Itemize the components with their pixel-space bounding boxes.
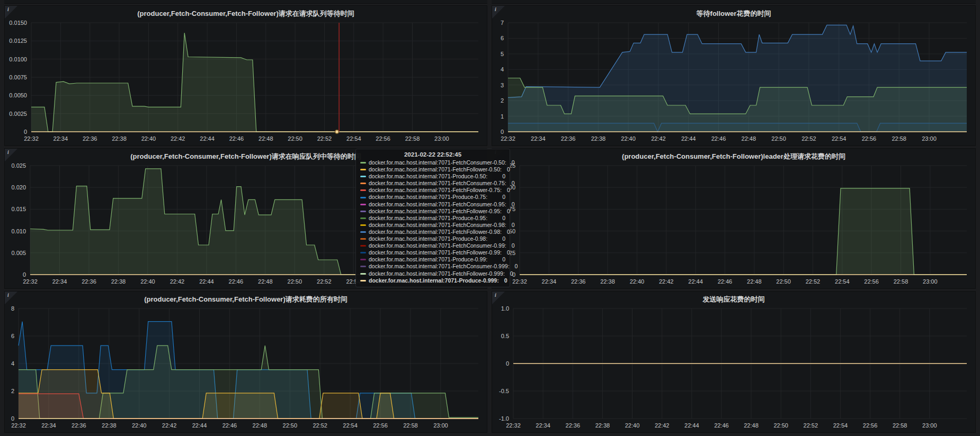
series-label: docker.for.mac.host.internal:7071-FetchC… bbox=[369, 263, 510, 270]
svg-text:4: 4 bbox=[501, 66, 504, 72]
info-icon: i bbox=[495, 6, 496, 12]
svg-text:22:58: 22:58 bbox=[892, 135, 906, 142]
svg-text:0: 0 bbox=[501, 129, 504, 135]
svg-text:22:36: 22:36 bbox=[83, 135, 97, 142]
series-color-swatch bbox=[360, 252, 366, 253]
svg-text:22:42: 22:42 bbox=[171, 135, 185, 142]
svg-text:0: 0 bbox=[23, 271, 26, 278]
svg-text:23:00: 23:00 bbox=[922, 422, 937, 429]
svg-text:22:38: 22:38 bbox=[111, 278, 126, 285]
svg-text:22:38: 22:38 bbox=[595, 422, 610, 429]
svg-text:22:32: 22:32 bbox=[512, 278, 527, 285]
tooltip-series-row: docker.for.mac.host.internal:7071-Produc… bbox=[360, 256, 505, 263]
panel-info-icon[interactable]: i bbox=[5, 6, 17, 19]
series-label: docker.for.mac.host.internal:7071-FetchC… bbox=[369, 180, 506, 187]
series-label: docker.for.mac.host.internal:7071-FetchF… bbox=[369, 187, 502, 194]
svg-text:23:00: 23:00 bbox=[923, 278, 938, 285]
svg-text:5: 5 bbox=[501, 51, 504, 57]
svg-text:8: 8 bbox=[11, 305, 14, 312]
svg-text:22:46: 22:46 bbox=[229, 135, 244, 142]
series-value: 0 bbox=[502, 166, 510, 173]
svg-text:22:34: 22:34 bbox=[41, 422, 56, 429]
svg-text:0.010: 0.010 bbox=[11, 228, 26, 234]
svg-text:22:42: 22:42 bbox=[170, 278, 185, 285]
series-label: docker.for.mac.host.internal:7071-FetchF… bbox=[369, 270, 505, 277]
svg-text:22:50: 22:50 bbox=[776, 278, 791, 285]
svg-text:22:56: 22:56 bbox=[862, 135, 877, 142]
request-queue-wait-chart[interactable]: 0.01500.01250.01000.00750.00500.0025022:… bbox=[5, 6, 486, 144]
series-color-swatch bbox=[360, 197, 366, 198]
tooltip-series-row: docker.for.mac.host.internal:7071-Produc… bbox=[360, 215, 505, 222]
svg-text:0.0050: 0.0050 bbox=[9, 92, 27, 98]
svg-text:3: 3 bbox=[501, 82, 504, 88]
tooltip-series-row: docker.for.mac.host.internal:7071-FetchC… bbox=[360, 180, 505, 187]
svg-text:1: 1 bbox=[501, 113, 504, 120]
svg-text:22:36: 22:36 bbox=[72, 422, 86, 429]
svg-text:6: 6 bbox=[11, 333, 14, 339]
svg-text:22:50: 22:50 bbox=[288, 278, 302, 285]
cropped-panel-above-right bbox=[492, 0, 976, 4]
svg-text:22:48: 22:48 bbox=[253, 422, 268, 429]
svg-text:22:36: 22:36 bbox=[571, 278, 586, 285]
info-icon: i bbox=[495, 292, 496, 298]
svg-text:22:42: 22:42 bbox=[659, 278, 674, 285]
svg-text:22:32: 22:32 bbox=[506, 422, 521, 429]
series-color-swatch bbox=[360, 217, 366, 219]
svg-text:22:38: 22:38 bbox=[591, 135, 606, 142]
series-value: 0 bbox=[502, 208, 510, 215]
panel-info-icon[interactable]: i bbox=[492, 292, 505, 304]
svg-text:22:46: 22:46 bbox=[718, 278, 733, 285]
panel-info-icon[interactable]: i bbox=[492, 6, 505, 19]
shared-crosshair-tooltip: 2021-02-22 22:52:45 docker.for.mac.host.… bbox=[355, 149, 510, 287]
series-color-swatch bbox=[360, 231, 366, 233]
svg-text:0.015: 0.015 bbox=[11, 206, 26, 212]
series-label: docker.for.mac.host.internal:7071-Produc… bbox=[369, 194, 487, 201]
series-color-swatch bbox=[360, 280, 366, 281]
svg-text:2: 2 bbox=[501, 97, 504, 104]
svg-text:22:58: 22:58 bbox=[893, 422, 907, 429]
svg-text:22:34: 22:34 bbox=[54, 135, 68, 142]
tooltip-series-list: docker.for.mac.host.internal:7071-FetchC… bbox=[360, 159, 505, 284]
tooltip-series-row: docker.for.mac.host.internal:7071-FetchF… bbox=[360, 166, 505, 173]
svg-text:22:36: 22:36 bbox=[566, 422, 581, 429]
svg-text:22:54: 22:54 bbox=[835, 278, 850, 285]
svg-text:0.0100: 0.0100 bbox=[9, 56, 27, 62]
panel-info-icon[interactable]: i bbox=[5, 292, 17, 304]
series-value: 0 bbox=[497, 173, 505, 180]
svg-text:22:34: 22:34 bbox=[531, 135, 546, 142]
total-request-time-chart[interactable]: 8642022:3222:3422:3622:3822:4022:4222:44… bbox=[5, 292, 486, 431]
grafana-dashboard: i (producer,Fetch-Consumer,Fetch-Followe… bbox=[0, 0, 980, 436]
panel-info-icon[interactable]: i bbox=[5, 149, 17, 161]
svg-text:22:32: 22:32 bbox=[24, 135, 39, 142]
tooltip-series-row: docker.for.mac.host.internal:7071-FetchF… bbox=[360, 229, 505, 235]
svg-text:22:54: 22:54 bbox=[833, 422, 848, 429]
series-label: docker.for.mac.host.internal:7071-FetchF… bbox=[369, 249, 502, 256]
series-value: 0 bbox=[499, 277, 507, 284]
leader-process-time-chart[interactable]: 125100075050025022:3222:3422:3622:3822:4… bbox=[492, 149, 974, 287]
series-value: 0 bbox=[506, 201, 515, 208]
svg-text:22:46: 22:46 bbox=[711, 135, 726, 142]
svg-text:22:34: 22:34 bbox=[52, 278, 67, 285]
series-color-swatch bbox=[360, 224, 366, 226]
svg-text:22:38: 22:38 bbox=[112, 135, 127, 142]
svg-text:22:32: 22:32 bbox=[501, 135, 515, 142]
svg-text:22:52: 22:52 bbox=[801, 135, 816, 142]
svg-text:22:52: 22:52 bbox=[317, 278, 332, 285]
svg-text:22:48: 22:48 bbox=[742, 135, 756, 142]
svg-text:22:46: 22:46 bbox=[714, 422, 729, 429]
svg-text:22:40: 22:40 bbox=[630, 278, 645, 285]
svg-text:0.0075: 0.0075 bbox=[9, 74, 27, 80]
svg-text:23:00: 23:00 bbox=[433, 422, 448, 429]
svg-text:22:56: 22:56 bbox=[376, 135, 390, 142]
follower-wait-chart[interactable]: 7654321022:3222:3422:3622:3822:4022:4222… bbox=[492, 6, 974, 144]
svg-text:4: 4 bbox=[11, 360, 14, 367]
svg-text:-0.5: -0.5 bbox=[499, 388, 509, 394]
svg-text:0.0125: 0.0125 bbox=[9, 38, 27, 44]
send-response-time-chart[interactable]: 1.00.50-0.5-1.022:3222:3422:3622:3822:40… bbox=[492, 292, 974, 431]
svg-text:0.5: 0.5 bbox=[501, 333, 509, 339]
tooltip-series-row: docker.for.mac.host.internal:7071-FetchC… bbox=[360, 159, 505, 166]
series-label: docker.for.mac.host.internal:7071-FetchC… bbox=[369, 242, 506, 249]
series-color-swatch bbox=[360, 245, 366, 247]
svg-text:22:48: 22:48 bbox=[747, 278, 762, 285]
svg-text:22:40: 22:40 bbox=[621, 135, 636, 142]
